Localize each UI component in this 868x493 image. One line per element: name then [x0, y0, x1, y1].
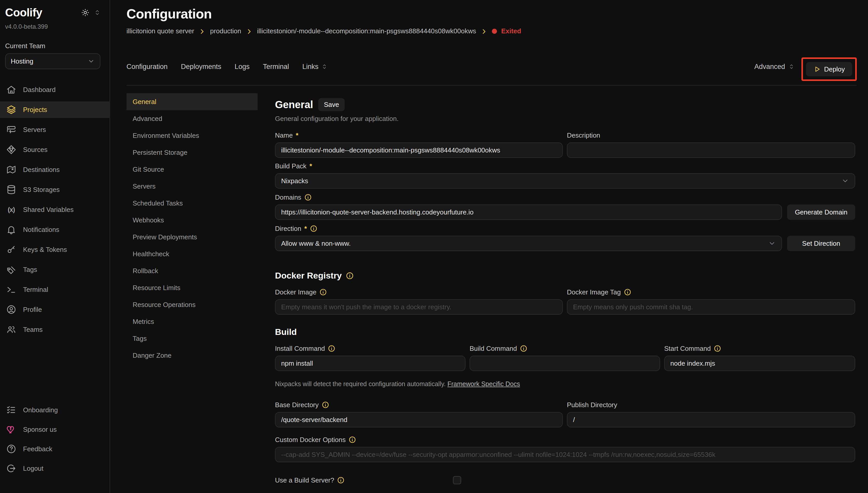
subnav-scheduled-tasks[interactable]: Scheduled Tasks [127, 195, 257, 212]
custom-docker-options-input[interactable] [275, 447, 855, 462]
database-icon [6, 185, 16, 195]
build-server-checkbox[interactable] [453, 476, 461, 484]
subnav-danger-zone[interactable]: Danger Zone [127, 347, 257, 364]
sidebar-item-label: Onboarding [23, 406, 58, 414]
required-asterisk: * [296, 131, 298, 140]
build-command-label: Build Command [470, 345, 517, 352]
subnav-advanced[interactable]: Advanced [127, 110, 257, 127]
checklist-icon [6, 405, 16, 415]
info-icon [328, 345, 335, 352]
sidebar-item-label: Notifications [23, 226, 60, 234]
required-asterisk: * [304, 225, 307, 233]
subnav-resource-operations[interactable]: Resource Operations [127, 296, 257, 313]
sidebar-item-dashboard[interactable]: Dashboard [0, 82, 110, 98]
subnav-git-source[interactable]: Git Source [127, 161, 257, 178]
chevron-down-icon [841, 177, 849, 185]
sidebar-item-sources[interactable]: Sources [0, 142, 110, 158]
sidebar-item-profile[interactable]: Profile [0, 301, 110, 318]
heart-icon [6, 424, 16, 434]
section-subtitle: General configuration for your applicati… [275, 115, 399, 123]
sidebar-item-onboarding[interactable]: Onboarding [0, 402, 110, 418]
sidebar-item-s3-storages[interactable]: S3 Storages [0, 181, 110, 198]
subnav-environment-variables[interactable]: Environment Variables [127, 127, 257, 144]
sidebar-item-sponsor[interactable]: Sponsor us [0, 421, 110, 438]
docker-image-tag-input[interactable] [567, 299, 855, 315]
custom-docker-options-label: Custom Docker Options [275, 436, 346, 444]
sidebar-item-shared-variables[interactable]: (x) Shared Variables [0, 201, 110, 218]
sidebar-item-feedback[interactable]: Feedback [0, 441, 110, 457]
subnav-general[interactable]: General [127, 93, 257, 110]
sidebar-item-label: Tags [23, 266, 37, 274]
sidebar-footer: Onboarding Sponsor us Feedback Logout [0, 402, 110, 480]
description-input[interactable] [567, 143, 855, 158]
base-directory-input[interactable] [275, 412, 563, 427]
theme-sun-icon[interactable] [81, 8, 90, 17]
sidebar-item-destinations[interactable]: Destinations [0, 162, 110, 178]
sidebar-item-teams[interactable]: Teams [0, 321, 110, 338]
team-select[interactable]: Hosting [5, 53, 100, 69]
description-label: Description [567, 131, 600, 140]
sidebar-item-label: Destinations [23, 166, 60, 174]
build-pack-select[interactable]: Nixpacks [275, 173, 855, 189]
info-icon [346, 272, 353, 280]
save-button[interactable]: Save [318, 98, 345, 111]
sidebar-item-projects[interactable]: Projects [0, 102, 110, 118]
domains-label: Domains [275, 193, 301, 201]
help-circle-icon [6, 444, 16, 454]
generate-domain-button[interactable]: Generate Domain [787, 205, 855, 220]
subnav-resource-limits[interactable]: Resource Limits [127, 279, 257, 296]
sidebar-item-terminal[interactable]: Terminal [0, 281, 110, 298]
sidebar-item-keys-tokens[interactable]: Keys & Tokens [0, 241, 110, 258]
sidebar-item-label: Sources [23, 146, 47, 154]
subnav-tags[interactable]: Tags [127, 330, 257, 347]
key-icon [6, 244, 16, 255]
sidebar-item-tags[interactable]: Tags [0, 261, 110, 278]
chevron-right-icon [199, 28, 205, 35]
install-command-label: Install Command [275, 345, 325, 352]
section-title: General [275, 99, 313, 110]
direction-value: Allow www & non-www. [281, 240, 351, 248]
breadcrumb-project[interactable]: illicitonion quote server [127, 27, 194, 35]
build-command-input[interactable] [470, 356, 660, 371]
app-version: v4.0.0-beta.399 [5, 23, 48, 30]
subnav-metrics[interactable]: Metrics [127, 313, 257, 330]
theme-selector-icon[interactable] [94, 9, 100, 16]
start-command-input[interactable] [664, 356, 855, 371]
sidebar-item-logout[interactable]: Logout [0, 460, 110, 477]
chevron-down-icon [88, 58, 95, 65]
sidebar-item-servers[interactable]: Servers [0, 122, 110, 138]
nixpacks-note: Nixpacks will detect the required config… [275, 380, 520, 388]
tab-logs[interactable]: Logs [234, 63, 250, 71]
direction-select[interactable]: Allow www & non-www. [275, 236, 782, 251]
sidebar-item-notifications[interactable]: Notifications [0, 221, 110, 238]
subnav-servers[interactable]: Servers [127, 178, 257, 195]
sidebar-item-label: Sponsor us [23, 426, 57, 433]
name-input[interactable] [275, 143, 563, 158]
config-subnav: General Advanced Environment Variables P… [127, 93, 257, 364]
install-command-input[interactable] [275, 356, 465, 371]
sidebar-item-label: Shared Variables [23, 206, 74, 214]
docker-image-tag-label: Docker Image Tag [567, 288, 621, 296]
info-icon [337, 477, 344, 484]
breadcrumb-environment[interactable]: production [210, 27, 241, 35]
subnav-healthcheck[interactable]: Healthcheck [127, 245, 257, 262]
subnav-persistent-storage[interactable]: Persistent Storage [127, 144, 257, 161]
tab-configuration[interactable]: Configuration [127, 63, 168, 71]
subnav-preview-deployments[interactable]: Preview Deployments [127, 229, 257, 245]
sidebar-item-label: Terminal [23, 286, 48, 294]
subnav-webhooks[interactable]: Webhooks [127, 212, 257, 229]
sidebar-item-label: Servers [23, 126, 46, 134]
tab-deployments[interactable]: Deployments [181, 63, 222, 71]
info-icon [310, 225, 317, 232]
base-directory-label: Base Directory [275, 401, 319, 409]
name-label: Name [275, 131, 293, 140]
set-direction-button[interactable]: Set Direction [787, 236, 855, 251]
subnav-rollback[interactable]: Rollback [127, 262, 257, 279]
domains-input[interactable] [275, 205, 782, 220]
terminal-icon [6, 284, 16, 295]
build-pack-label: Build Pack [275, 162, 306, 170]
docker-image-input[interactable] [275, 299, 563, 315]
framework-docs-link[interactable]: Framework Specific Docs [447, 380, 520, 387]
publish-directory-label: Publish Directory [567, 401, 617, 409]
publish-directory-input[interactable] [567, 412, 855, 427]
